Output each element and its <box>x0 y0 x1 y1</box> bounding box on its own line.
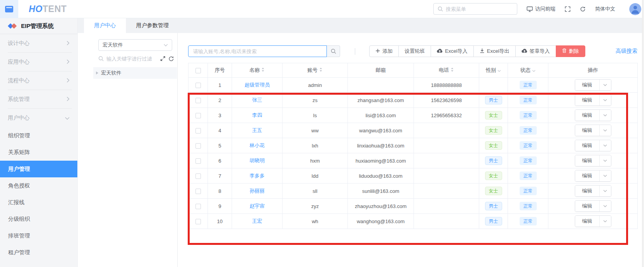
column-header-6[interactable]: 性别 <box>479 63 508 78</box>
column-header-7[interactable]: 状态 <box>508 63 548 78</box>
window-scrollbar[interactable] <box>642 0 644 267</box>
sidebar-sub-item-1[interactable]: 关系矩阵 <box>0 144 77 161</box>
edit-button[interactable]: 编辑 <box>575 201 599 212</box>
user-name-link[interactable]: 李四 <box>252 112 262 118</box>
edit-dropdown-button[interactable] <box>599 170 611 181</box>
edit-button[interactable]: 编辑 <box>575 125 599 136</box>
sidebar-sub-item-4[interactable]: 汇报线 <box>0 194 77 211</box>
edit-dropdown-button[interactable] <box>599 125 611 136</box>
tree-refresh-icon[interactable] <box>168 56 174 62</box>
column-header-5[interactable]: 电话 <box>414 63 479 78</box>
menu-search-box[interactable] <box>433 3 517 15</box>
edit-dropdown-button[interactable] <box>599 216 611 227</box>
user-name-link[interactable]: 超级管理员 <box>244 82 270 88</box>
sidebar-sub-menu: 组织管理关系矩阵用户管理角色授权汇报线分级组织排班管理租户管理 <box>0 127 77 261</box>
sidebar-item-0[interactable]: 设计中心 <box>0 34 77 53</box>
row-checkbox[interactable] <box>195 83 201 88</box>
filter-chevron-icon[interactable] <box>497 68 501 73</box>
row-checkbox[interactable] <box>195 128 201 134</box>
edit-button[interactable]: 编辑 <box>575 216 599 227</box>
edit-button[interactable]: 编辑 <box>575 95 599 106</box>
toolbar-button-4[interactable]: 签章导入 <box>515 45 556 57</box>
row-checkbox[interactable] <box>195 98 201 103</box>
tree-node-org[interactable]: 宏天软件 <box>93 67 177 79</box>
user-name-link[interactable]: 王宏 <box>252 218 262 224</box>
user-name-link[interactable]: 孙丽丽 <box>250 188 265 194</box>
column-header-3[interactable]: 账号 <box>283 63 348 78</box>
column-header-0 <box>188 63 208 78</box>
edit-button[interactable]: 编辑 <box>575 110 599 121</box>
edit-button[interactable]: 编辑 <box>575 80 599 90</box>
row-account-cell: ls <box>283 108 348 123</box>
expand-all-icon[interactable] <box>160 56 166 61</box>
edit-dropdown-button[interactable] <box>599 95 611 106</box>
sidebar-sub-item-2[interactable]: 用户管理 <box>0 161 77 177</box>
user-avatar[interactable] <box>629 3 641 15</box>
sort-icon[interactable] <box>450 67 454 73</box>
edit-button[interactable]: 编辑 <box>575 186 599 196</box>
toolbar-button-1[interactable]: 设置轮班 <box>398 45 431 57</box>
row-phone-cell: 18888888888 <box>414 78 479 93</box>
tab-0[interactable]: 用户中心 <box>84 18 126 33</box>
refresh-button[interactable] <box>580 6 586 12</box>
sort-icon[interactable] <box>261 67 265 73</box>
edit-dropdown-button[interactable] <box>599 186 611 196</box>
row-checkbox[interactable] <box>195 143 201 149</box>
edit-dropdown-button[interactable] <box>599 201 611 212</box>
user-name-link[interactable]: 李多多 <box>250 173 265 179</box>
edit-button[interactable]: 编辑 <box>575 140 599 151</box>
visit-frontend-button[interactable]: 访问前端 <box>527 5 555 12</box>
filter-chevron-icon[interactable] <box>532 68 536 73</box>
edit-dropdown-button[interactable] <box>599 155 611 166</box>
user-name-link[interactable]: 王五 <box>252 127 262 133</box>
sidebar-sub-item-6[interactable]: 排班管理 <box>0 227 77 244</box>
toolbar-button-3[interactable]: Excel导出 <box>473 45 516 57</box>
advanced-search-link[interactable]: 高级搜索 <box>616 48 637 55</box>
select-all-checkbox[interactable] <box>195 68 201 73</box>
edit-button[interactable]: 编辑 <box>575 155 599 166</box>
sort-icon[interactable] <box>319 67 323 73</box>
row-checkbox[interactable] <box>195 219 201 224</box>
sidebar-item-2[interactable]: 流程中心 <box>0 71 77 90</box>
toolbar-button-2[interactable]: Excel导入 <box>431 45 474 57</box>
row-checkbox[interactable] <box>195 204 201 209</box>
column-header-2[interactable]: 名称 <box>232 63 283 78</box>
row-checkbox[interactable] <box>195 113 201 118</box>
row-checkbox[interactable] <box>195 158 201 164</box>
user-name-link[interactable]: 赵宇宙 <box>250 203 265 209</box>
edit-button[interactable]: 编辑 <box>575 170 599 181</box>
menu-search-input[interactable] <box>446 6 504 12</box>
toolbar-button-5[interactable]: 删除 <box>556 45 585 57</box>
language-switcher[interactable]: 简体中文 <box>595 5 615 12</box>
row-checkbox[interactable] <box>195 173 201 179</box>
sidebar-sub-item-5[interactable]: 分级组织 <box>0 211 77 227</box>
sidebar-item-4[interactable]: 用户中心 <box>0 109 77 127</box>
sidebar-item-1[interactable]: 应用中心 <box>0 53 77 71</box>
row-checkbox[interactable] <box>195 189 201 194</box>
sidebar-collapse-button[interactable] <box>0 0 18 18</box>
org-select[interactable]: 宏天软件 <box>98 39 172 51</box>
edit-dropdown-button[interactable] <box>599 80 611 90</box>
row-account-cell: ldd <box>283 168 348 184</box>
sidebar-sub-item-0[interactable]: 组织管理 <box>0 127 77 144</box>
row-phone-cell: 15623626598 <box>414 93 479 108</box>
user-name-link[interactable]: 胡晓明 <box>250 158 265 163</box>
search-icon <box>331 49 336 54</box>
sidebar-item-3[interactable]: 系统管理 <box>0 90 77 109</box>
toolbar-button-0[interactable]: 添加 <box>369 45 399 57</box>
edit-dropdown-button[interactable] <box>599 140 611 151</box>
user-search-button[interactable] <box>327 45 340 57</box>
sidebar-sub-item-3[interactable]: 角色授权 <box>0 177 77 194</box>
tab-1[interactable]: 用户参数管理 <box>126 18 179 33</box>
sidebar-sub-item-7[interactable]: 租户管理 <box>0 244 77 261</box>
gender-badge: 女士 <box>485 187 502 195</box>
edit-button-group: 编辑 <box>575 170 611 182</box>
fullscreen-button[interactable] <box>565 6 571 12</box>
user-name-link[interactable]: 张三 <box>252 97 262 103</box>
edit-button-group: 编辑 <box>575 79 611 91</box>
edit-dropdown-button[interactable] <box>599 110 611 121</box>
user-name-link[interactable]: 林小花 <box>250 142 265 148</box>
row-checkbox-cell <box>188 214 208 229</box>
tree-filter-input[interactable] <box>106 56 157 62</box>
user-search-input[interactable] <box>188 45 327 57</box>
